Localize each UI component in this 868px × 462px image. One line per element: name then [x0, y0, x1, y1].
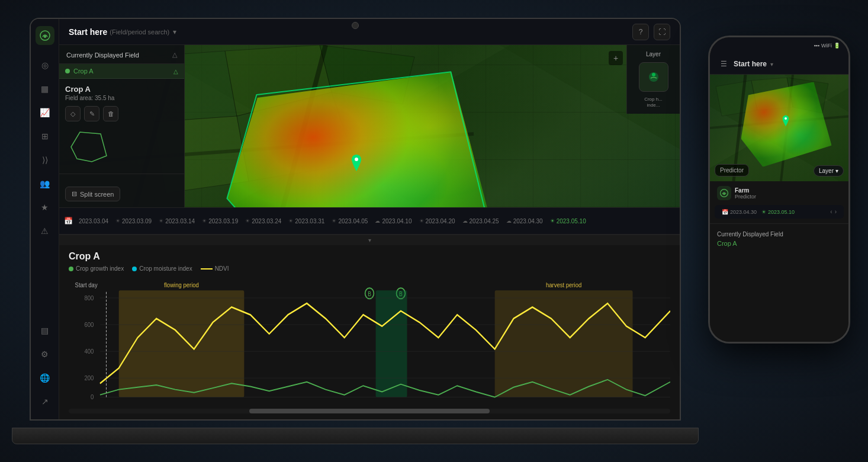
timeline-date-7[interactable]: ☀ 2023.04.05 — [328, 217, 371, 226]
svg-marker-13 — [71, 132, 107, 162]
phone-prev-button[interactable]: ‹ — [830, 208, 832, 215]
phone-field-value: Crop A — [717, 240, 841, 247]
phone-map: Layer ▾ Predictor — [710, 75, 848, 181]
legend-ndvi-line — [201, 268, 213, 270]
phone-next-button[interactable]: › — [835, 208, 837, 215]
phone-brand-names: Farm Predictor — [735, 187, 756, 200]
svg-marker-11 — [218, 70, 490, 207]
sidebar-item-star[interactable]: ★ — [34, 197, 56, 218]
phone-cal-icon: 📅 — [722, 209, 728, 215]
date-text-9: 2023.04.20 — [426, 218, 455, 224]
sidebar-item-grid[interactable]: ⊞ — [34, 126, 56, 147]
phone-brand-name: Farm — [735, 187, 756, 194]
layer-icon[interactable] — [639, 62, 668, 92]
app: ◎ ▦ 📈 ⊞ ⟩⟩ 👥 ★ ⚠ ▤ ⚙ 🌐 ↗ — [31, 19, 680, 419]
svg-text:0: 0 — [91, 393, 94, 400]
app-header: Start here (Field/period search) ▾ ? ⛶ — [59, 19, 680, 45]
split-screen-icon: ⊟ — [72, 190, 77, 198]
phone-header-left: ☰ Start here ▾ — [717, 57, 773, 70]
crop-delete-button[interactable]: 🗑 — [103, 106, 118, 121]
phone-timeline-date1[interactable]: 📅 2023.04.30 — [722, 209, 757, 215]
crop-edit-button[interactable]: ✎ — [84, 106, 99, 121]
svg-text:B: B — [368, 291, 371, 298]
phone-branding: Farm Predictor — [710, 181, 848, 203]
chart-title: Crop A — [69, 251, 670, 262]
timeline-dates: 2023.03.04 ☀ 2023.03.09 ☀ 2023.03.14 — [75, 217, 675, 226]
header-actions: ? ⛶ — [632, 24, 670, 40]
map-pin — [349, 155, 364, 171]
phone: ▪▪▪ WiFi 🔋 ☰ Start here ▾ — [708, 36, 850, 344]
sidebar-item-globe[interactable]: 🌐 — [34, 367, 56, 389]
chart-scrollbar[interactable] — [69, 409, 670, 413]
phone-brand-logo — [717, 186, 731, 200]
panel-collapse-icon[interactable]: △ — [172, 51, 177, 59]
sidebar-item-alert[interactable]: ⚠ — [34, 220, 56, 242]
expand-button[interactable]: ⛶ — [654, 24, 670, 40]
legend-moisture: Crop moisture index — [132, 265, 192, 272]
timeline-expand-button[interactable]: ▾ — [59, 235, 680, 245]
crop-view-button[interactable]: ◇ — [65, 106, 81, 121]
crop-item-header[interactable]: Crop A △ — [59, 64, 184, 79]
phone-status-bar: ▪▪▪ WiFi 🔋 — [710, 37, 848, 54]
calendar-icon: 📅 — [64, 217, 73, 225]
timeline-date-9[interactable]: ☀ 2023.04.20 — [416, 217, 459, 226]
date-text-7: 2023.04.05 — [338, 218, 368, 224]
sidebar-item-settings[interactable]: ⚙ — [34, 344, 56, 365]
svg-text:200: 200 — [84, 374, 94, 381]
sidebar-item-chart[interactable]: 📈 — [34, 102, 56, 123]
phone-timeline: 📅 2023.04.30 ☀ 2023.05.10 ‹ › — [715, 205, 844, 219]
svg-text:Start day: Start day — [75, 281, 98, 288]
chart-scrollbar-thumb[interactable] — [249, 409, 490, 413]
crop-shape-preview — [68, 129, 110, 165]
crop-name: Crop A — [65, 85, 178, 94]
header-title: Start here — [69, 27, 107, 37]
panel-header: Currently Displayed Field △ — [59, 45, 184, 64]
timeline-date-8[interactable]: ☁ 2023.04.10 — [371, 217, 415, 226]
date-text-6: 2023.03.31 — [295, 218, 324, 224]
legend-growth: Crop growth index — [69, 265, 124, 272]
svg-text:400: 400 — [84, 347, 94, 355]
map-zoom-in-button[interactable]: + — [609, 51, 623, 65]
layer-sublabel: Crop h...inde... — [632, 97, 675, 108]
sidebar-item-analytics[interactable]: ▦ — [34, 78, 56, 100]
timeline-date-3[interactable]: ☀ 2023.03.14 — [155, 217, 198, 226]
svg-text:800: 800 — [84, 294, 94, 301]
timeline-date-4[interactable]: ☀ 2023.03.19 — [198, 217, 242, 226]
date-text-2: 2023.03.09 — [122, 218, 152, 224]
panel-header-title: Currently Displayed Field — [66, 52, 139, 59]
sidebar-item-team[interactable]: 👥 — [34, 173, 56, 194]
timeline-date-11[interactable]: ☁ 2023.04.30 — [503, 217, 546, 226]
timeline-date-12[interactable]: ☀ 2023.05.10 — [546, 217, 590, 226]
predictor-label: Predictor — [720, 167, 744, 174]
svg-point-15 — [652, 73, 655, 76]
timeline-date-2[interactable]: ☀ 2023.03.09 — [112, 217, 155, 226]
phone-menu-button[interactable]: ☰ — [717, 57, 730, 70]
timeline-date-6[interactable]: ☀ 2023.03.31 — [285, 217, 328, 226]
phone-battery-icon: 🔋 — [834, 43, 840, 49]
help-button[interactable]: ? — [632, 24, 649, 40]
left-panel: Currently Displayed Field △ Crop A △ — [59, 45, 185, 207]
phone-map-pin — [781, 115, 790, 127]
legend-moisture-label: Crop moisture index — [139, 265, 192, 272]
timeline-date-5[interactable]: ☀ 2023.03.24 — [242, 217, 285, 226]
phone-timeline-date2[interactable]: ☀ 2023.05.10 — [761, 209, 795, 215]
split-screen-button[interactable]: ⊟ Split screen — [65, 187, 120, 201]
sidebar-item-truck[interactable]: ⟩⟩ — [34, 149, 56, 171]
timeline-date-1[interactable]: 2023.03.04 — [75, 217, 112, 226]
map-pin-svg — [349, 155, 364, 171]
sidebar-item-location[interactable]: ◎ — [34, 54, 56, 76]
phone-layer-button[interactable]: Layer ▾ — [814, 165, 844, 177]
svg-point-43 — [785, 117, 787, 120]
laptop-notch — [352, 22, 359, 29]
svg-text:harvest period: harvest period — [546, 281, 581, 288]
field-border — [214, 66, 496, 207]
date-text-10: 2023.04.25 — [470, 218, 499, 224]
sidebar-item-database[interactable]: ▤ — [34, 320, 56, 341]
crop-item-label: Crop A — [65, 68, 94, 75]
phone-logo-icon — [719, 188, 729, 198]
right-panel: Layer Crop h...inde... — [626, 45, 680, 114]
timeline-date-10[interactable]: ☁ 2023.04.25 — [459, 217, 503, 226]
header-chevron-icon: ▾ — [173, 28, 176, 36]
phone-field-label: Currently Displayed Field — [717, 231, 841, 238]
sidebar-item-export[interactable]: ↗ — [34, 391, 56, 412]
